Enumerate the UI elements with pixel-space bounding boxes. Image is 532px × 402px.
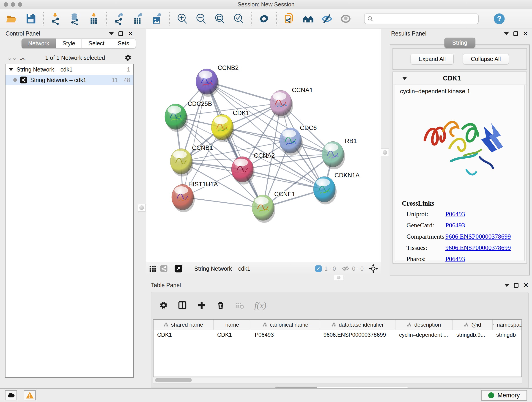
open-session-button[interactable]: [6, 12, 18, 25]
column-header-shared-name[interactable]: shared name: [153, 320, 214, 330]
table-cell[interactable]: P06493: [251, 330, 320, 340]
network-node-cdkn1a[interactable]: [313, 177, 336, 204]
copy-network-button[interactable]: [283, 12, 296, 25]
network-edge[interactable]: [207, 82, 263, 208]
column-header--id[interactable]: @id: [453, 320, 493, 330]
grid-mode-icon[interactable]: [149, 265, 157, 273]
tree-expand-icon[interactable]: [9, 68, 13, 71]
warnings-button[interactable]: [24, 390, 36, 400]
delete-column-trash-icon[interactable]: [216, 301, 225, 310]
search-input[interactable]: [375, 16, 475, 22]
network-node-rb1[interactable]: [322, 141, 345, 169]
show-columns-icon[interactable]: [178, 301, 187, 310]
crosslink-link[interactable]: 9606.ENSP00000378699: [445, 244, 511, 251]
gene-section-header[interactable]: CDK1: [393, 72, 526, 85]
network-view[interactable]: CCNB2CCNA1CDC25BCDK1CDC6RB1CCNB1CCNA2CDK…: [146, 29, 381, 275]
collapse-all-networks-icon[interactable]: ⌄⌄: [7, 54, 17, 61]
column-header-namespac[interactable]: namespac: [493, 320, 522, 330]
string-home-button[interactable]: [302, 12, 315, 25]
export-table-button[interactable]: [132, 12, 144, 25]
help-button[interactable]: ?: [493, 12, 506, 25]
network-node-hist1h1a[interactable]: [172, 184, 195, 212]
save-session-button[interactable]: [24, 12, 37, 25]
import-table-button[interactable]: [87, 12, 100, 25]
crosslink-link[interactable]: P06493: [445, 211, 465, 218]
crosslink-link[interactable]: P06493: [445, 255, 465, 263]
panel-collapse-icon[interactable]: [504, 32, 509, 35]
panel-collapse-icon[interactable]: [504, 284, 509, 287]
show-graphics-details-button[interactable]: [339, 12, 352, 25]
panel-float-icon[interactable]: [514, 283, 519, 288]
cloud-status-button[interactable]: [5, 390, 17, 400]
birdseye-view-icon[interactable]: [174, 264, 183, 273]
table-cell[interactable]: CDK1: [214, 330, 251, 340]
import-network-button[interactable]: [50, 12, 63, 25]
network-mode-icon[interactable]: [160, 265, 168, 273]
panel-collapse-icon[interactable]: [109, 32, 114, 35]
selected-checkbox-icon[interactable]: ✓: [315, 265, 322, 272]
delete-table-icon[interactable]: [235, 301, 244, 310]
tab-network[interactable]: Network: [22, 38, 56, 48]
network-node-cdc25b[interactable]: [165, 104, 188, 132]
panel-float-icon[interactable]: [119, 32, 123, 36]
zoom-in-button[interactable]: [176, 12, 189, 25]
tab-style[interactable]: Style: [56, 38, 82, 48]
expand-all-networks-icon[interactable]: ︽: [20, 54, 26, 62]
column-header-canonical-name[interactable]: canonical name: [251, 320, 320, 330]
panel-float-icon[interactable]: [513, 32, 518, 36]
node-table[interactable]: shared namenamecanonical namedatabase id…: [153, 319, 522, 377]
tab-sets[interactable]: Sets: [111, 38, 136, 48]
fit-selected-crosshair-icon[interactable]: [369, 264, 378, 273]
zoom-selected-button[interactable]: [232, 12, 245, 25]
network-node-ccna1[interactable]: [270, 90, 293, 118]
network-node-ccnb1[interactable]: [170, 148, 193, 177]
table-cell[interactable]: cyclin–dependent ...: [395, 330, 453, 340]
bottom-splitter-handle[interactable]: [334, 275, 343, 280]
right-splitter-handle[interactable]: [381, 148, 389, 156]
export-network-button[interactable]: [113, 12, 126, 25]
network-collection-row[interactable]: String Network – cdk1 1: [6, 64, 133, 75]
zoom-fit-button[interactable]: [213, 12, 226, 25]
network-node-ccne1[interactable]: [252, 195, 275, 223]
column-header-name[interactable]: name: [214, 320, 251, 330]
toolbar-search-box[interactable]: [364, 13, 479, 24]
table-cell[interactable]: stringdb: [493, 330, 522, 340]
network-graph[interactable]: CCNB2CCNA1CDC25BCDK1CDC6RB1CCNB1CCNA2CDK…: [146, 29, 381, 262]
export-image-button[interactable]: [150, 12, 163, 25]
add-column-plus-icon[interactable]: [197, 301, 206, 310]
function-builder-icon[interactable]: f(x): [254, 300, 266, 310]
tab-string[interactable]: String: [444, 38, 475, 48]
network-node-ccnb2[interactable]: [196, 69, 219, 97]
hidden-eye-slash-icon[interactable]: [342, 265, 349, 273]
network-node-ccna2[interactable]: [231, 157, 254, 185]
section-collapse-icon[interactable]: [402, 77, 407, 80]
table-cell[interactable]: stringdb:9...: [453, 330, 493, 340]
left-splitter-handle[interactable]: [138, 204, 146, 211]
table-cell[interactable]: CDK1: [153, 330, 214, 340]
import-network-from-database-button[interactable]: [69, 12, 81, 25]
panel-close-icon[interactable]: ✕: [523, 283, 529, 288]
apply-layout-button[interactable]: [258, 12, 270, 25]
column-header-database-identifier[interactable]: database identifier: [320, 320, 395, 330]
tab-select[interactable]: Select: [82, 38, 111, 48]
zoom-out-button[interactable]: [195, 12, 207, 25]
table-cell[interactable]: 9606.ENSP00000378699: [320, 330, 395, 340]
network-node-cdk1[interactable]: [211, 114, 234, 142]
column-header-description[interactable]: description: [395, 320, 453, 330]
gear-icon[interactable]: [125, 54, 132, 61]
hide-graphics-details-button[interactable]: [321, 12, 333, 25]
collapse-all-button[interactable]: Collapse All: [463, 54, 509, 64]
network-collection-count: 1: [127, 66, 130, 73]
table-horizontal-scrollbar[interactable]: [153, 377, 522, 383]
crosslink-link[interactable]: 9606.ENSP00000378699: [445, 233, 511, 240]
crosslink-link[interactable]: P06493: [445, 222, 465, 229]
memory-button[interactable]: Memory: [481, 390, 527, 401]
panel-close-icon[interactable]: ✕: [523, 32, 528, 36]
network-row-selected[interactable]: String Network – cdk1 11 48: [6, 75, 133, 85]
panel-close-icon[interactable]: ✕: [128, 32, 133, 36]
table-row[interactable]: CDK1CDK1P064939606.ENSP00000378699cyclin…: [153, 330, 521, 340]
scrollbar-thumb[interactable]: [155, 378, 192, 382]
expand-all-button[interactable]: Expand All: [411, 54, 454, 64]
network-edge[interactable]: [183, 82, 207, 197]
table-settings-gear-icon[interactable]: [159, 301, 168, 309]
